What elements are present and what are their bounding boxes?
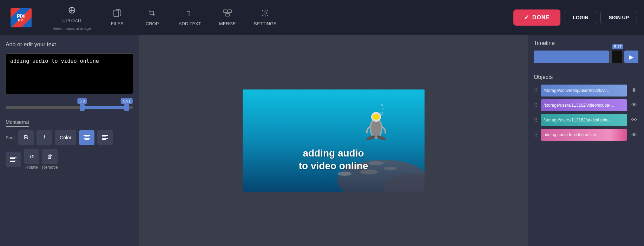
files-icon [113, 8, 122, 19]
add-text-label: ADD TEXT [179, 21, 201, 27]
svg-rect-11 [102, 137, 106, 137]
upload-sublabel: Video, music or image [53, 26, 91, 31]
svg-rect-3 [228, 10, 231, 13]
drag-handle-4[interactable]: ⠿ [534, 132, 538, 138]
crop-label: CROP [146, 21, 159, 27]
objects-title: Objects [534, 74, 638, 80]
top-navigation: PIXi KO ⊕ UPLOAD Video, music or image F… [0, 0, 644, 35]
eye-button-4[interactable]: 👁 [630, 130, 638, 139]
eye-button-2[interactable]: 👁 [630, 101, 638, 110]
main-content: Add or edit your text 3.9 5.91 Montserra… [0, 35, 644, 246]
object-bar-4[interactable]: adding audio to video online... [541, 129, 627, 141]
slider-handle-left[interactable] [80, 104, 85, 111]
svg-rect-0 [114, 10, 119, 16]
slider-fill [82, 106, 127, 109]
logo-box: PIXi KO [11, 8, 32, 27]
objects-section: Objects ⠿ /storage/converting/users/1329… [528, 69, 644, 246]
video-background: adding audio to video online [243, 89, 425, 192]
svg-rect-4 [226, 13, 229, 16]
remove-label: Remove [42, 165, 58, 170]
slider-handle-right[interactable] [124, 104, 129, 111]
svg-rect-6 [84, 135, 90, 136]
done-label: DONE [532, 14, 550, 21]
nav-settings[interactable]: SETTINGS [247, 4, 284, 32]
object-bar-2[interactable]: /storage/users/113162/video/scuba-... [541, 99, 627, 111]
crop-icon [148, 8, 157, 19]
svg-point-29 [373, 114, 380, 120]
rotate-button[interactable]: ↺ [24, 149, 39, 164]
logo-text-top: PIXi [17, 13, 25, 19]
files-label: FILES [111, 21, 124, 27]
logo-text-bot: KO [18, 19, 24, 22]
svg-rect-13 [102, 139, 106, 140]
slider-badge-left: 3.9 [77, 98, 87, 104]
upload-label: UPLOAD [63, 18, 81, 24]
drag-handle-1[interactable]: ⠿ [534, 87, 538, 94]
nav-merge[interactable]: MERGE [212, 4, 243, 32]
logo: PIXi KO [7, 8, 35, 27]
bold-button[interactable]: B [18, 130, 34, 145]
drag-handle-2[interactable]: ⠿ [534, 102, 538, 109]
text-align-button[interactable] [6, 152, 21, 167]
nav-right-actions: ✓ DONE LOGIN SIGN UP [513, 9, 637, 26]
video-overlay-text: adding audio to video online [299, 147, 368, 173]
rotate-label: Rotate [24, 165, 39, 170]
nav-files[interactable]: FILES [101, 4, 133, 32]
done-button[interactable]: ✓ DONE [513, 9, 560, 26]
svg-point-24 [368, 161, 384, 165]
object-bar-3[interactable]: /storage/users/113162/audio/hipho... [541, 114, 627, 126]
eye-button-1[interactable]: 👁 [630, 86, 638, 95]
svg-rect-9 [85, 139, 89, 140]
svg-rect-8 [84, 138, 90, 139]
slider-badge-right: 5.91 [121, 98, 132, 104]
svg-point-5 [264, 12, 267, 14]
object-item-2: ⠿ /storage/users/113162/video/scuba-... … [534, 99, 638, 111]
timeline-bar-row: 5.17 ▶ [534, 51, 638, 63]
drag-handle-3[interactable]: ⠿ [534, 117, 538, 124]
left-panel: Add or edit your text 3.9 5.91 Montserra… [0, 35, 139, 246]
time-slider[interactable]: 3.9 5.91 [6, 100, 133, 115]
timeline-black-end [612, 51, 622, 63]
nav-upload[interactable]: ⊕ UPLOAD Video, music or image [46, 1, 98, 34]
font-label: Font [6, 135, 15, 140]
svg-rect-2 [224, 10, 227, 13]
merge-label: MERGE [219, 21, 236, 27]
video-frame: adding audio to video online [243, 89, 425, 192]
svg-text:T: T [187, 10, 191, 17]
play-button[interactable]: ▶ [624, 51, 638, 63]
add-text-icon: T [185, 8, 195, 19]
timeline-section: Timeline 5.17 ▶ [528, 35, 644, 69]
eye-button-3[interactable]: 👁 [630, 115, 638, 125]
object-bar-1[interactable]: /storage/converting/users/1329/vi... [541, 85, 627, 97]
svg-rect-10 [102, 135, 108, 136]
font-name: Montserrat [6, 119, 29, 127]
upload-icon: ⊕ [68, 4, 76, 16]
align-center-button[interactable] [79, 130, 94, 145]
svg-rect-12 [102, 138, 108, 139]
slider-track: 3.9 5.91 [6, 106, 133, 109]
login-button[interactable]: LOGIN [565, 11, 596, 24]
timeline-track[interactable]: 5.17 [534, 51, 622, 63]
text-edit-area[interactable] [6, 53, 133, 94]
nav-add-text[interactable]: T ADD TEXT [172, 4, 208, 32]
underwater-scene [243, 89, 425, 192]
settings-label: SETTINGS [254, 21, 277, 27]
object-item-3: ⠿ /storage/users/113162/audio/hipho... 👁 [534, 114, 638, 126]
color-button[interactable]: Color [55, 130, 76, 145]
svg-rect-16 [10, 160, 17, 160]
align-left-button[interactable] [97, 130, 113, 145]
remove-button[interactable]: 🗑 [42, 149, 58, 164]
right-panel: Timeline 5.17 ▶ Objects ⠿ /storage/conve… [528, 35, 644, 246]
object-item-4: ⠿ adding audio to video online... 👁 [534, 129, 638, 141]
svg-rect-7 [85, 137, 89, 137]
panel-title: Add or edit your text [6, 41, 133, 48]
video-area: adding audio to video online [139, 35, 528, 246]
merge-icon [223, 8, 232, 19]
check-icon: ✓ [524, 14, 530, 21]
nav-crop[interactable]: CROP [137, 4, 168, 32]
settings-icon [261, 8, 270, 19]
svg-point-25 [384, 167, 396, 170]
svg-rect-17 [10, 161, 15, 162]
italic-button[interactable]: I [37, 130, 52, 145]
signup-button[interactable]: SIGN UP [600, 11, 637, 24]
